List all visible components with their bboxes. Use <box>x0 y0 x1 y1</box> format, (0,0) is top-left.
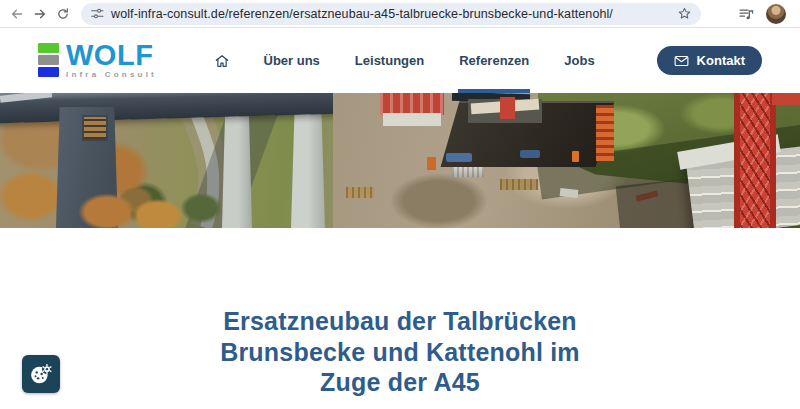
cookie-settings-button[interactable] <box>22 355 60 393</box>
forward-icon <box>33 7 47 21</box>
back-button[interactable] <box>8 5 26 23</box>
autumn-trees <box>78 188 223 228</box>
material-stack <box>452 167 484 177</box>
blue-tarp <box>446 153 472 162</box>
browser-toolbar: wolf-infra-consult.de/referenzen/ersatzn… <box>0 0 800 28</box>
envelope-icon <box>674 55 689 67</box>
forward-button[interactable] <box>31 5 49 23</box>
nav-item-jobs[interactable]: Jobs <box>563 28 595 93</box>
url-text[interactable]: wolf-infra-consult.de/referenzen/ersatzn… <box>104 7 677 21</box>
home-icon <box>214 53 230 69</box>
page-title: Ersatzneubau der Talbrücken Brunsbecke u… <box>200 306 600 398</box>
site-header: WOLF Infra Consult Über uns Leistungen R… <box>0 28 800 93</box>
crane-mast <box>500 97 515 119</box>
concrete-wall <box>383 113 441 126</box>
site-settings-icon[interactable] <box>90 7 104 20</box>
pallet <box>500 179 538 190</box>
reload-icon <box>56 7 70 21</box>
hero-construction-photo <box>0 93 800 228</box>
orange-equipment <box>427 157 436 170</box>
red-formwork <box>380 93 444 115</box>
crane-part <box>772 93 800 105</box>
nav-home-link[interactable] <box>214 53 230 69</box>
logo-subtitle: Infra Consult <box>66 70 157 79</box>
nav-item-ueber-uns[interactable]: Über uns <box>263 28 321 93</box>
kontakt-button[interactable]: Kontakt <box>657 46 762 75</box>
kontakt-label: Kontakt <box>697 53 745 68</box>
pier-opening <box>82 115 108 141</box>
media-controls-icon[interactable] <box>738 6 755 22</box>
orange-barrel <box>572 151 579 162</box>
nav-item-referenzen[interactable]: Referenzen <box>458 28 530 93</box>
cookie-gear-icon <box>28 361 54 387</box>
blue-tarp <box>520 150 540 158</box>
stair-tower <box>596 105 614 161</box>
tower-crane <box>734 93 776 228</box>
reload-button[interactable] <box>54 5 72 23</box>
pallet <box>346 187 374 198</box>
toolbar-right-cluster <box>738 4 786 24</box>
logo-title: WOLF <box>66 42 157 69</box>
logo[interactable]: WOLF Infra Consult <box>38 42 157 80</box>
profile-avatar[interactable] <box>766 4 786 24</box>
back-icon <box>10 7 24 21</box>
address-bar[interactable]: wolf-infra-consult.de/referenzen/ersatzn… <box>81 3 701 25</box>
nav-item-leistungen[interactable]: Leistungen <box>354 28 425 93</box>
main-nav: Über uns Leistungen Referenzen Jobs Kont… <box>214 28 763 93</box>
logo-squares-icon <box>38 43 59 77</box>
bookmark-star-icon[interactable] <box>677 6 692 21</box>
browser-window: wolf-infra-consult.de/referenzen/ersatzn… <box>0 0 800 409</box>
